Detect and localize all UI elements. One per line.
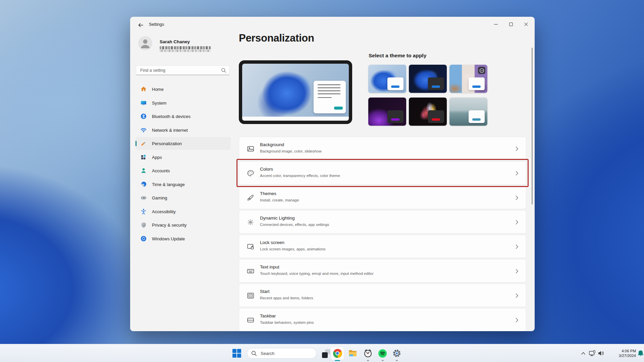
chevron-right-icon — [516, 195, 519, 200]
avatar[interactable] — [138, 36, 152, 50]
row-title: Start — [260, 289, 270, 294]
row-subtitle: Touch keyboard, voice typing, emoji and … — [260, 272, 374, 276]
sidebar-item-home[interactable]: Home — [136, 83, 231, 96]
sidebar-item-personalization[interactable]: Personalization — [136, 137, 231, 150]
preview-text-line-short — [318, 97, 332, 98]
taskbar-search-box[interactable] — [247, 348, 317, 359]
taskbar: 4:06 PM 3/27/2024 — [0, 344, 644, 362]
row-text-input[interactable]: Text input Touch keyboard, voice typing,… — [239, 259, 526, 283]
chevron-right-icon — [516, 244, 519, 249]
alarm-clock-icon — [363, 349, 373, 358]
sidebar-item-system[interactable]: System — [136, 97, 231, 109]
row-colors[interactable]: Colors Accent color, transparency effect… — [239, 161, 526, 185]
scrollbar[interactable] — [532, 48, 533, 204]
chevron-right-icon — [516, 293, 519, 298]
theme-preview-monitor — [239, 60, 352, 124]
dynamic-lighting-icon — [247, 218, 255, 226]
tray-display-network-button[interactable] — [589, 350, 596, 357]
theme-card — [469, 77, 485, 90]
row-themes[interactable]: Themes Install, create, manage — [239, 186, 526, 209]
maximize-button[interactable] — [504, 19, 518, 29]
row-title: Background — [260, 142, 284, 147]
taskbar-search-input[interactable] — [260, 349, 310, 358]
sidebar-item-network-internet[interactable]: Network & internet — [136, 124, 231, 136]
sidebar-item-apps[interactable]: Apps — [136, 151, 231, 164]
spotify-icon — [378, 349, 387, 358]
sidebar-item-gaming[interactable]: Gaming — [136, 191, 231, 204]
tray-hidden-icons-button[interactable] — [581, 351, 586, 356]
text-input-icon — [247, 267, 255, 275]
row-title: Text input — [260, 264, 279, 269]
sidebar-item-accessibility[interactable]: Accessibility — [136, 205, 231, 218]
chevron-right-icon — [516, 269, 519, 274]
spotify-button[interactable] — [378, 349, 387, 358]
monitor-device-icon — [589, 350, 596, 357]
settings-search-box[interactable] — [136, 65, 230, 75]
tray-volume-button[interactable] — [597, 350, 605, 357]
theme-card — [428, 110, 444, 123]
theme-thumbnail-calm-landscape[interactable] — [449, 98, 487, 126]
theme-accent-pill — [432, 85, 440, 88]
row-start[interactable]: Start Recent apps and items, folders — [239, 284, 526, 307]
sidebar-item-label: Network & internet — [152, 128, 188, 133]
sidebar-item-bluetooth-devices[interactable]: Bluetooth & devices — [136, 110, 231, 123]
themes-icon — [247, 194, 255, 202]
row-taskbar[interactable]: Taskbar Taskbar behaviors, system pins — [239, 308, 526, 331]
close-button[interactable] — [519, 19, 533, 29]
row-subtitle: Accent color, transparency effects, colo… — [260, 174, 340, 178]
row-subtitle: Lock screen images, apps, animations — [260, 247, 326, 251]
chevron-up-icon — [581, 352, 586, 355]
file-explorer-button[interactable] — [348, 349, 358, 358]
notification-bell-button[interactable] — [637, 350, 644, 357]
theme-thumbnail-windows-dark[interactable] — [409, 65, 447, 93]
task-view-icon — [322, 352, 328, 358]
theme-accent-pill — [432, 118, 440, 121]
sidebar-item-label: Windows Update — [152, 236, 185, 241]
windows-logo-icon — [237, 354, 241, 358]
settings-taskbar-button[interactable] — [392, 349, 401, 358]
row-dynamic-lighting[interactable]: Dynamic Lighting Connected devices, effe… — [239, 210, 526, 234]
clock-app-button[interactable] — [363, 349, 373, 358]
chrome-taskbar-button[interactable] — [331, 347, 344, 360]
sidebar-item-windows-update[interactable]: Windows Update — [136, 232, 231, 245]
settings-search-input[interactable] — [140, 66, 217, 74]
gear-icon — [392, 349, 401, 358]
minimize-icon — [494, 22, 498, 26]
back-button[interactable] — [136, 21, 146, 29]
spotlight-badge-icon — [478, 67, 485, 74]
shield-icon — [140, 222, 147, 228]
sidebar-item-label: Bluetooth & devices — [152, 114, 191, 119]
start-button[interactable] — [232, 349, 241, 358]
personalization-icon — [140, 140, 147, 147]
theme-card — [387, 77, 404, 90]
row-subtitle: Install, create, manage — [260, 198, 299, 202]
theme-card — [469, 110, 485, 123]
theme-thumbnail-windows-light[interactable] — [368, 65, 406, 93]
theme-thumbnail-spotlight-collage[interactable] — [449, 65, 487, 93]
back-arrow-icon — [138, 22, 144, 28]
row-subtitle: Recent apps and items, folders — [260, 296, 313, 300]
theme-accent-pill — [472, 85, 481, 88]
theme-thumbnail-purple-glow[interactable] — [368, 98, 406, 126]
windows-logo-icon — [232, 354, 236, 358]
selection-bar — [136, 141, 137, 146]
tray-clock[interactable]: 4:06 PM 3/27/2024 — [614, 349, 636, 358]
titlebar: Settings — [130, 17, 535, 33]
sidebar-item-privacy-security[interactable]: Privacy & security — [136, 219, 231, 231]
theme-thumbnail-dark-flower[interactable] — [409, 98, 447, 126]
sidebar-item-time-language[interactable]: Time & language — [136, 178, 231, 191]
row-title: Lock screen — [260, 240, 284, 245]
minimize-button[interactable] — [489, 19, 502, 29]
lock-screen-icon — [247, 243, 255, 251]
chrome-icon — [333, 349, 342, 358]
sidebar-item-label: Accounts — [152, 168, 170, 173]
sidebar-item-accounts[interactable]: Accounts — [136, 164, 231, 177]
settings-window: Settings Sarah Chaney Home — [130, 17, 535, 331]
running-app-indicator — [382, 360, 384, 361]
row-background[interactable]: Background Background image, color, slid… — [239, 137, 526, 160]
row-lock-screen[interactable]: Lock screen Lock screen images, apps, an… — [239, 235, 526, 258]
speaker-icon — [598, 350, 605, 356]
chevron-right-icon — [516, 220, 519, 225]
search-icon — [251, 351, 257, 356]
task-view-button[interactable] — [321, 349, 331, 358]
